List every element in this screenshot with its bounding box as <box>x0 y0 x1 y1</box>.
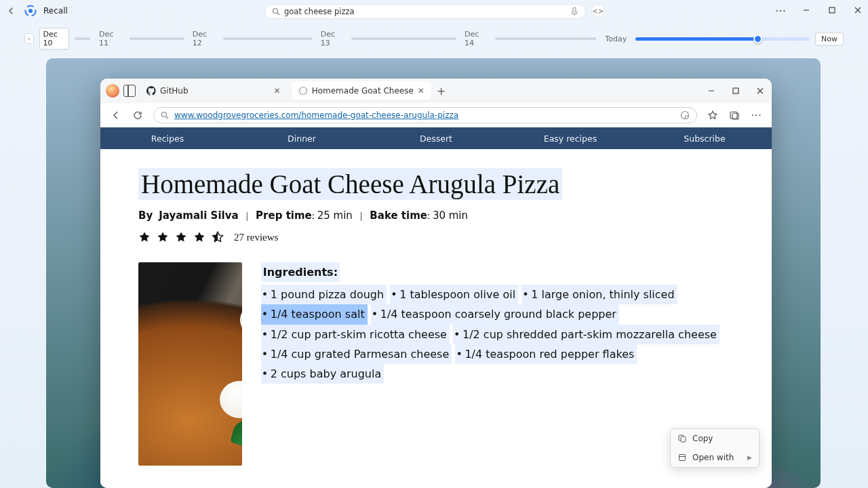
timeline-date[interactable]: Dec 11 <box>96 28 124 49</box>
now-button[interactable]: Now <box>815 33 844 45</box>
timeline-slider-fill <box>635 37 757 41</box>
search-input[interactable] <box>284 7 566 16</box>
star-icon <box>193 231 205 243</box>
author-label: By <box>138 209 153 222</box>
svg-rect-22 <box>681 436 686 442</box>
ingredient-item: 1 pound pizza dough <box>261 285 387 304</box>
more-button[interactable]: ⋯ <box>774 4 787 16</box>
svg-point-14 <box>162 112 167 117</box>
ingredient-item: 1/4 teaspoon red pepper flakes <box>455 344 637 364</box>
star-icon <box>138 231 151 243</box>
github-icon <box>146 86 156 96</box>
timeline-back-button[interactable]: ‹ <box>24 33 34 44</box>
browser-tabstrip: GitHub ✕ Homemade Goat Cheese Arugula Pi… <box>100 79 772 103</box>
app-titlebar: Recall <> ⋯ <box>0 0 868 22</box>
tab-actions-icon[interactable] <box>123 85 136 97</box>
ingredients-header: Ingredients: <box>261 262 340 282</box>
browser-maximize-button[interactable] <box>730 85 742 97</box>
timeline-slider-knob[interactable] <box>753 35 762 43</box>
back-button[interactable] <box>5 5 18 17</box>
nav-refresh-button[interactable] <box>132 110 144 120</box>
context-copy[interactable]: Copy <box>671 429 759 448</box>
profile-avatar[interactable] <box>106 84 119 98</box>
context-open-with-label: Open with <box>692 453 734 462</box>
site-nav-item[interactable]: Recipes <box>100 134 235 144</box>
svg-rect-6 <box>829 7 835 13</box>
bake-value: 30 min <box>433 209 468 222</box>
code-brackets-button[interactable]: <> <box>591 4 605 18</box>
star-icon <box>175 231 187 243</box>
svg-rect-11 <box>733 88 738 94</box>
minimize-button[interactable] <box>800 4 812 16</box>
timeline-today[interactable]: Today <box>601 33 630 45</box>
ingredient-item: 1 large onion, thinly sliced <box>521 285 677 304</box>
site-nav-item[interactable]: Subscribe <box>637 134 772 144</box>
site-nav-item[interactable]: Dessert <box>369 134 503 144</box>
recipe-meta: By Jayamali Silva | Prep time: 25 min | … <box>138 209 734 222</box>
tab-recipe[interactable]: Homemade Goat Cheese Arugula Pizz ✕ <box>292 81 431 100</box>
author-name: Jayamali Silva <box>159 209 238 222</box>
nav-back-button[interactable] <box>110 110 122 120</box>
svg-point-1 <box>28 9 33 13</box>
svg-line-3 <box>277 13 279 15</box>
timeline-slider[interactable] <box>635 37 810 41</box>
address-url: www.woodgrovegroceries.com/homemade-goat… <box>174 110 458 120</box>
favorites-icon[interactable] <box>707 109 719 121</box>
timeline: ‹ Dec 10 Dec 11 Dec 12 Dec 13 Dec 14 Tod… <box>24 31 844 46</box>
timeline-segment[interactable] <box>223 37 312 40</box>
ingredient-item: 1/4 cup grated Parmesan cheese <box>261 344 452 364</box>
browser-minimize-button[interactable] <box>705 85 717 97</box>
tab-label: GitHub <box>160 86 189 96</box>
maximize-button[interactable] <box>826 4 838 16</box>
mic-icon[interactable] <box>570 7 578 16</box>
star-icon <box>157 231 169 243</box>
timeline-segment[interactable] <box>75 37 90 40</box>
tab-close-icon[interactable]: ✕ <box>418 86 425 96</box>
ingredient-item: 2 cups baby arugula <box>261 364 384 384</box>
svg-point-2 <box>273 9 278 14</box>
new-tab-button[interactable]: + <box>435 85 448 97</box>
collections-icon[interactable] <box>728 109 741 121</box>
tab-label: Homemade Goat Cheese Arugula Pizz <box>312 86 414 96</box>
search-input-container[interactable] <box>264 4 586 19</box>
browser-menu-icon[interactable]: ⋯ <box>750 109 762 121</box>
ingredient-item: 1/2 cup part-skim ricotta cheese <box>261 325 450 344</box>
search-icon <box>161 111 169 119</box>
recipe-hero-image <box>138 262 242 466</box>
timeline-segment[interactable] <box>351 37 456 40</box>
chevron-right-icon: ▶ <box>747 454 752 461</box>
site-nav-item[interactable]: Dinner <box>235 134 369 144</box>
app-title: Recall <box>43 6 68 16</box>
rating: 27 reviews <box>138 231 734 243</box>
ingredient-item: 1 tablespoon olive oil <box>390 285 518 304</box>
timeline-date[interactable]: Dec 12 <box>189 28 218 49</box>
browser-close-button[interactable] <box>754 85 766 97</box>
address-bar[interactable]: www.woodgrovegroceries.com/homemade-goat… <box>153 107 697 123</box>
open-with-icon <box>677 453 687 462</box>
svg-rect-23 <box>679 455 686 461</box>
svg-rect-4 <box>573 7 576 12</box>
context-menu: Copy Open with ▶ <box>670 428 760 468</box>
globe-icon <box>298 86 308 96</box>
context-open-with[interactable]: Open with ▶ <box>671 448 759 467</box>
svg-point-9 <box>299 87 307 95</box>
tab-github[interactable]: GitHub ✕ <box>140 81 288 100</box>
timeline-date[interactable]: Dec 14 <box>461 28 490 49</box>
timeline-segment[interactable] <box>495 37 596 40</box>
copy-icon <box>677 434 687 443</box>
ingredients: Ingredients: 1 pound pizza dough 1 table… <box>261 262 734 466</box>
context-copy-label: Copy <box>692 434 713 443</box>
site-nav-item[interactable]: Easy recipes <box>503 134 637 144</box>
star-half-icon <box>212 231 224 243</box>
tab-close-icon[interactable]: ✕ <box>274 86 281 96</box>
search-icon <box>272 7 280 16</box>
close-button[interactable] <box>852 4 864 16</box>
timeline-date[interactable]: Dec 13 <box>317 28 346 49</box>
recall-app-icon <box>24 5 37 17</box>
snapshot-frame: GitHub ✕ Homemade Goat Cheese Arugula Pi… <box>46 58 821 488</box>
svg-point-17 <box>685 115 688 119</box>
timeline-date[interactable]: Dec 10 <box>39 28 69 49</box>
timeline-segment[interactable] <box>130 37 184 40</box>
svg-line-15 <box>166 117 168 119</box>
site-info-icon[interactable] <box>680 110 690 120</box>
